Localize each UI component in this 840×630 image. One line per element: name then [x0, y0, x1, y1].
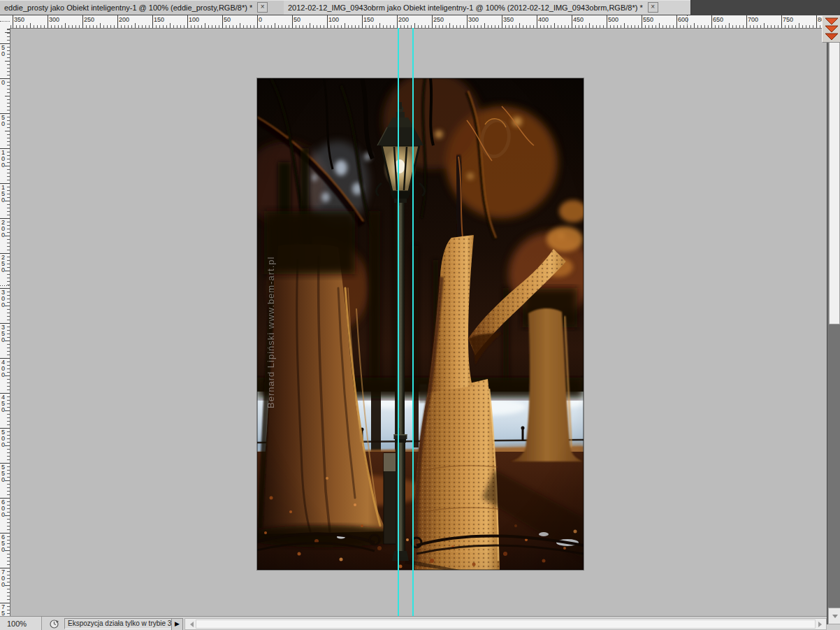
ruler-cursor-marker: [687, 15, 688, 28]
ruler-label: 250: [433, 16, 444, 23]
status-flyout-button[interactable]: ▶: [171, 618, 183, 630]
ruler-label: 3 0 0: [1, 289, 5, 308]
ruler-label: 300: [468, 16, 479, 23]
ruler-label: 250: [84, 16, 94, 23]
ruler-label: 300: [49, 16, 59, 23]
document-tab-bar: eddie_prosty jako Obiekt inteligentny-1 …: [0, 0, 840, 16]
scroll-left-button[interactable]: [185, 619, 195, 629]
horizontal-ruler[interactable]: 3503002502001501005005010015020025030035…: [10, 15, 840, 29]
ruler-label: 6 5 0: [1, 534, 5, 553]
ruler-label: 500: [608, 16, 618, 23]
close-icon[interactable]: ×: [257, 2, 268, 13]
close-icon[interactable]: ×: [648, 2, 658, 13]
chevron-left-icon: [187, 622, 194, 627]
ruler-label: 0: [259, 16, 262, 23]
tab-eddie-prosty[interactable]: eddie_prosty jako Obiekt inteligentny-1 …: [0, 0, 292, 15]
vertical-scrollbar[interactable]: [827, 28, 840, 624]
scroll-right-button[interactable]: [816, 619, 826, 629]
ruler-label: 100: [328, 16, 339, 23]
ruler-cursor-marker: [0, 285, 10, 286]
ruler-label: 1 0 0: [1, 150, 5, 169]
ruler-label: 350: [14, 16, 24, 23]
overscroll-chevron-button[interactable]: [822, 15, 840, 43]
horizontal-scrollbar[interactable]: [184, 618, 827, 630]
status-bar: 100% Ekspozycja działa tylko w trybie 32…: [0, 616, 827, 630]
ruler-label: 200: [398, 16, 409, 23]
photo-scene: Bernard Lipiński www.bem-art.pl: [257, 78, 584, 570]
ruler-label: 5 0 0: [1, 429, 5, 448]
chevron-right-icon: [818, 622, 825, 627]
ruler-label: 400: [538, 16, 549, 23]
vertical-ruler[interactable]: 5 005 01 0 01 5 02 0 02 5 03 0 03 5 04 0…: [0, 28, 10, 616]
ruler-origin-corner[interactable]: [0, 15, 10, 29]
ruler-label: 2 5 0: [1, 255, 5, 273]
ruler-label: 5 5 0: [1, 464, 5, 483]
ruler-label: 4 5 0: [1, 394, 5, 413]
photoshop-window: eddie_prosty jako Obiekt inteligentny-1 …: [0, 0, 840, 630]
canvas-area[interactable]: Bernard Lipiński www.bem-art.pl: [10, 28, 827, 616]
document-photo[interactable]: Bernard Lipiński www.bem-art.pl: [257, 78, 584, 570]
scrollbar-corner: [827, 624, 840, 630]
ruler-label: 3 5 0: [1, 324, 5, 343]
chevron-down-icon: [832, 615, 838, 621]
ruler-label: 450: [573, 16, 584, 23]
horizontal-scrollbar-thumb[interactable]: [196, 620, 816, 629]
ruler-label: 150: [154, 16, 164, 23]
tab-title: eddie_prosty jako Obiekt inteligentny-1 …: [4, 3, 252, 12]
zoom-level-value: 100%: [7, 620, 27, 628]
ruler-label: 50: [224, 16, 231, 23]
ruler-label: 700: [748, 16, 758, 23]
scroll-down-button[interactable]: [828, 608, 840, 624]
ruler-label: 100: [189, 16, 199, 23]
ruler-label: 350: [503, 16, 514, 23]
ruler-label: 5 0: [1, 45, 5, 57]
tab-title: 2012-02-12_IMG_0943obrm jako Obiekt inte…: [288, 3, 643, 12]
status-message: Ekspozycja działa tylko w trybie 32...: [64, 618, 176, 629]
ruler-label: 750: [783, 16, 793, 23]
ruler-label: 7 0 0: [1, 569, 5, 588]
triple-chevron-down-icon: [824, 17, 839, 41]
ruler-label: 200: [119, 16, 129, 23]
ruler-label: 150: [363, 16, 374, 23]
tab-img-0943obrm[interactable]: 2012-02-12_IMG_0943obrm jako Obiekt inte…: [284, 0, 691, 15]
ruler-label: 550: [643, 16, 653, 23]
ruler-label: 1 5 0: [1, 185, 5, 203]
ruler-label: 650: [713, 16, 723, 23]
ruler-label: 50: [294, 16, 300, 23]
vertical-scrollbar-thumb[interactable]: [829, 31, 840, 324]
ruler-label: 4 0 0: [1, 359, 5, 378]
zoom-level-field[interactable]: 100%: [0, 617, 42, 630]
ruler-label: 6 0 0: [1, 499, 5, 518]
photo-watermark: Bernard Lipiński www.bem-art.pl: [266, 257, 276, 408]
clock-icon: [49, 619, 59, 629]
ruler-label: 0: [1, 80, 5, 86]
ruler-label: 2 0 0: [1, 220, 5, 238]
ruler-label: 5 0: [1, 115, 5, 127]
